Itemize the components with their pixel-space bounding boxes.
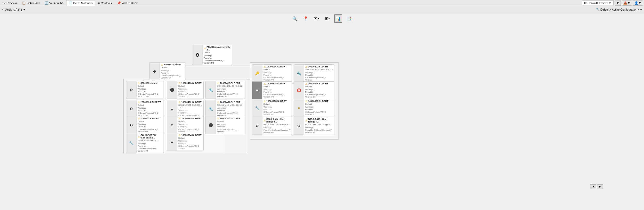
node-n9[interactable]: 🔩 ⚠ 10000401.SLDPRT FIB, M6 x 1.0 x 30 -… [205,100,245,118]
node-r7[interactable]: ⚙ ⚠ B18.2.2.4M - Hex Range n... B18.2.2.… [252,117,292,135]
datacard-icon: 📋 [22,1,26,5]
node-n7[interactable]: 🔩 ⚠ 10000413.SLDPRT HEX M3 x 1/3 x 30 - … [205,81,245,99]
node-n4[interactable]: ⚙ ⚠ 10000325.SLDPRT Default Warnings:Fou… [126,116,163,134]
tab-where-used[interactable]: 📌 Where Used [115,0,140,6]
node-n10[interactable]: ⚙ ⚠ 10000395.SLDPRT Default Warnings:Fou… [167,116,204,134]
search-button[interactable]: 🔍 [291,14,299,23]
tab-bom[interactable]: 📄 Bill of Materials [66,0,95,6]
n2-thumbnail: ⚙ [126,81,137,99]
tab-contains[interactable]: ◈ Contains [95,0,114,6]
where-used-icon: 📌 [117,1,121,5]
search-icon: 🔍 [292,16,298,21]
node-r2[interactable]: 🔩 ⚠ 10000401.SLDPRT 305, M5 x 17.1 x 100… [294,64,334,82]
tab-bar: ✓ Preview 📋 Data Card 🔄 Version 1/6 📄 Bi… [0,0,644,6]
node-r1[interactable]: 🔑 ⚠ 10000006.SLDPRT Default Warnings:Fou… [252,64,292,82]
bottom-toolbar: ◀ ▶ [590,184,603,189]
r3-thumbnail: ■ [252,82,262,99]
r8-thumbnail: ⚙ [294,117,304,135]
node-r4[interactable]: ⭕ ⚠ 10000374.SLDPRT Default Warnings:Fou… [294,81,334,99]
n11-thumbnail: ⚫ [206,116,216,134]
view1-icon: 📊 [336,16,341,21]
show-all-icon: ⊞ [584,1,587,5]
version-selector[interactable]: ✓ Version: A ("") ▼ [2,8,26,11]
next-page-button[interactable]: ▶ [597,184,603,189]
layout-button[interactable]: ▼ [615,1,621,6]
tab-data-card[interactable]: 📋 Data Card [20,0,42,6]
n7-thumbnail: 🔩 [206,81,216,99]
contains-icon: ◈ [98,1,100,5]
grid-icon: ⊞ [325,16,328,21]
version-icon: 🔄 [45,1,48,5]
root-node[interactable]: ⚙ ⚠ PDM Demo Assembly 2... Default Warni… [192,45,232,65]
node-n12[interactable]: ⚙ ⚠ 10000564.SLDPRT Default Warnings:Fou… [167,133,204,151]
main-bom-area[interactable]: ⚙ ⚠ PDM Demo Assembly 2... Default Warni… [0,24,644,210]
n5-thumbnail: 🔧 [126,133,137,153]
config-selector[interactable]: Default <Active Configuration> ▼ [600,8,642,11]
r2-thumbnail: 🔩 [294,65,304,82]
n6-thumbnail: ⚫ [167,81,177,99]
user-button[interactable]: 👤▼ [633,1,643,6]
show-all-levels-button[interactable]: ⊞ Show All Levels ▼ [582,1,614,5]
node-n11[interactable]: ⚫ ⚠ 10000373.SLDPRT Default Warnings:Fou… [205,116,245,134]
warning-icon: ⚠ [204,47,206,50]
icon-toolbar: 🔍 📍 👁 ▼ ⊞ ▼ 📊 📑 [0,13,644,24]
node-r6[interactable]: ● ⚠ 10000065.SLDPRT Default Warnings:Fou… [294,99,334,117]
pin-icon: 📍 [303,16,308,21]
toolbar2: ✓ Version: A ("") ▼ 🔧 Default <Active Co… [0,6,644,13]
n12-thumbnail: ⚙ [167,133,177,151]
node-n3[interactable]: ⚙ ⚠ 10000326.SLDPRT Default Warnings:Fou… [126,100,163,118]
root-thumbnail: ⚙ [192,45,203,65]
n3-thumbnail: ⚙ [126,100,137,118]
node-n2[interactable]: ⚙ ⚠ 5000102.sldasm Default Warnings:Foun… [126,81,163,99]
view2-button[interactable]: 📑 [345,14,353,23]
view1-button[interactable]: 📊 [334,14,342,23]
bom-icon: 📄 [69,1,72,5]
n1-thumbnail: ⚙ [150,63,160,80]
r1-thumbnail: 🔑 [252,65,262,82]
node-r8[interactable]: ⚙ ⚠ B18.2.2.4M - Hex Range n... B18.2.2.… [294,117,334,135]
preview-icon: ✓ [3,1,6,5]
n4-thumbnail: ⚙ [126,116,137,134]
r7-thumbnail: ⚙ [252,117,262,135]
pin-button[interactable]: 📍 [302,14,310,23]
r6-thumbnail: ● [294,99,304,117]
n10-thumbnail: ⚙ [167,116,177,134]
tab-version[interactable]: 🔄 Version 1/6 [42,0,66,6]
node-n1[interactable]: ⚙ ⚠ 5000101.sldasm Default Warnings:Foun… [149,62,185,80]
r5-thumbnail: 🔧 [252,99,262,117]
r4-thumbnail: ⭕ [294,82,304,99]
tab-preview[interactable]: ✓ Preview [1,0,19,6]
view2-icon: 📑 [346,16,352,21]
prev-page-button[interactable]: ◀ [590,184,596,189]
grid-button[interactable]: ⊞ ▼ [323,14,332,23]
node-r5[interactable]: 🔧 ⚠ 10000178.SLDPRT Default Warnings:Fou… [252,99,292,117]
node-n5[interactable]: 🔧 ⚠ SCHICSCREW 0.25-28x1.5... SCHICSCREW… [126,133,163,153]
node-r3[interactable]: ■ ⚠ 10000375.SLDPRT Default Warnings:Fou… [252,81,292,99]
bom-tree: ⚙ ⚠ PDM Demo Assembly 2... Default Warni… [38,24,606,191]
n9-thumbnail: 🔩 [206,100,216,118]
eye-button[interactable]: 👁 ▼ [312,14,321,23]
export-button[interactable]: 📤▼ [622,1,632,6]
node-n6[interactable]: ⚫ ⚠ 10000423.SLDPRT Default Warnings:Fou… [167,81,204,99]
eye-icon: 👁 [313,16,318,21]
